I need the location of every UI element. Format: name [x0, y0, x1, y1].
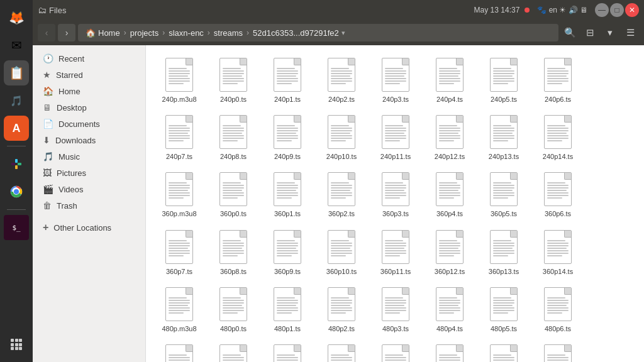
breadcrumb-projects[interactable]: projects [128, 27, 162, 39]
file-item[interactable]: 480p13.ts [478, 339, 530, 362]
file-item[interactable]: 240p.m3u8 [153, 53, 205, 107]
file-item[interactable]: 240p5.ts [478, 53, 530, 107]
doc-line [547, 250, 569, 251]
file-item[interactable]: 480p14.ts [532, 339, 584, 362]
sidebar-item-starred[interactable]: ★ Starred [35, 67, 143, 83]
taskbar-software[interactable]: A [4, 116, 29, 141]
menu-button[interactable]: ☰ [621, 24, 639, 41]
file-item[interactable]: 240p9.ts [262, 110, 313, 165]
file-item[interactable]: 360p9.ts [262, 225, 313, 280]
doc-line [439, 195, 460, 196]
file-item[interactable]: 480p9.ts [262, 339, 313, 362]
doc-line [385, 357, 406, 358]
file-icon [435, 286, 465, 322]
taskbar-chrome[interactable] [4, 179, 29, 204]
doc-line [547, 245, 569, 246]
file-item[interactable]: 240p14.ts [532, 110, 584, 165]
file-item[interactable]: 480p0.ts [208, 282, 259, 337]
file-item[interactable]: 240p3.ts [370, 53, 421, 107]
file-item[interactable]: 360p7.ts [153, 225, 205, 280]
file-item[interactable]: 240p0.ts [208, 53, 259, 107]
doc-line [385, 133, 404, 134]
file-item[interactable]: 480p1.ts [262, 282, 313, 337]
breadcrumb-streams[interactable]: streams [211, 27, 245, 39]
file-item[interactable]: 240p6.ts [532, 53, 584, 107]
file-item[interactable]: 240p11.ts [370, 110, 421, 165]
view-options-button[interactable]: ▾ [601, 24, 619, 41]
file-item[interactable]: 360p2.ts [316, 167, 367, 222]
doc-line [385, 83, 400, 84]
close-button[interactable]: ✕ [625, 3, 639, 17]
taskbar-music[interactable]: 🎵 [4, 88, 29, 113]
file-icon [489, 171, 519, 207]
view-list-button[interactable]: ⊟ [581, 24, 599, 41]
file-item[interactable]: 360p4.ts [424, 167, 475, 222]
sidebar-item-downloads[interactable]: ⬇ Downloads [35, 132, 143, 148]
file-item[interactable]: 480p10.ts [316, 339, 367, 362]
file-item[interactable]: 480p8.ts [208, 339, 259, 362]
file-item[interactable]: 480p7.ts [153, 339, 205, 362]
file-item[interactable]: 360p.m3u8 [153, 167, 205, 222]
taskbar-notes[interactable]: 📋 [4, 60, 29, 85]
doc-icon [328, 230, 355, 264]
doc-line [439, 133, 458, 134]
file-item[interactable]: 360p3.ts [370, 167, 421, 222]
doc-line [547, 297, 565, 299]
file-item[interactable]: 480p12.ts [424, 339, 475, 362]
file-item[interactable]: 360p0.ts [208, 167, 259, 222]
file-item[interactable]: 240p1.ts [262, 53, 313, 107]
file-item[interactable]: 480p3.ts [370, 282, 421, 337]
file-icon [380, 343, 411, 362]
minimize-button[interactable]: — [595, 3, 609, 17]
sidebar-item-desktop[interactable]: 🖥 Desktop [35, 99, 143, 116]
sidebar-item-music[interactable]: 🎵 Music [35, 148, 143, 165]
file-item[interactable]: 360p11.ts [370, 225, 421, 280]
taskbar-grid[interactable] [4, 332, 29, 357]
file-item[interactable]: 240p8.ts [208, 110, 259, 165]
taskbar-firefox[interactable]: 🦊 [4, 5, 29, 30]
sidebar-item-videos[interactable]: 🎬 Videos [35, 181, 143, 197]
file-item[interactable]: 240p7.ts [153, 110, 205, 165]
file-item[interactable]: 240p2.ts [316, 53, 367, 107]
breadcrumb-hash[interactable]: 52d1c6353...d97291fe2 ▾ [250, 27, 348, 39]
file-item[interactable]: 240p12.ts [424, 110, 475, 165]
file-item[interactable]: 480p6.ts [532, 282, 584, 337]
file-item[interactable]: 360p5.ts [478, 167, 530, 222]
file-icon [489, 229, 519, 265]
file-item[interactable]: 240p13.ts [478, 110, 530, 165]
file-item[interactable]: 480p5.ts [478, 282, 530, 337]
file-item[interactable]: 360p14.ts [532, 225, 584, 280]
file-item[interactable]: 480p4.ts [424, 282, 475, 337]
doc-line [277, 243, 298, 244]
search-button[interactable]: 🔍 [561, 24, 579, 41]
breadcrumb-slaxnenc[interactable]: slaxn-enc [166, 27, 206, 39]
doc-line [223, 80, 244, 82]
sidebar-item-home[interactable]: 🏠 Home [35, 83, 143, 99]
file-item[interactable]: 360p12.ts [424, 225, 475, 280]
sidebar-item-recent[interactable]: 🕐 Recent [35, 50, 143, 67]
file-item[interactable]: 360p1.ts [262, 167, 313, 222]
file-icon [164, 343, 194, 362]
file-item[interactable]: 360p10.ts [316, 225, 367, 280]
sidebar-item-other-locations[interactable]: + Other Locations [35, 219, 143, 236]
doc-line [331, 187, 352, 189]
file-item[interactable]: 240p10.ts [316, 110, 367, 165]
file-item[interactable]: 240p4.ts [424, 53, 475, 107]
breadcrumb-home[interactable]: 🏠 Home [83, 27, 123, 39]
taskbar-slack[interactable] [4, 151, 29, 177]
sidebar-item-trash[interactable]: 🗑 Trash [35, 197, 143, 214]
file-item[interactable]: 360p6.ts [532, 167, 584, 222]
taskbar-terminal[interactable]: $_ [4, 215, 29, 240]
file-item[interactable]: 360p8.ts [208, 225, 259, 280]
forward-button[interactable]: › [58, 24, 75, 41]
file-item[interactable]: 360p13.ts [478, 225, 530, 280]
file-item[interactable]: 480p.m3u8 [153, 282, 205, 337]
taskbar-mail[interactable]: ✉ [4, 33, 29, 58]
maximize-button[interactable]: □ [610, 3, 624, 17]
back-button[interactable]: ‹ [38, 24, 55, 41]
sidebar-item-pictures[interactable]: 🖼 Pictures [35, 165, 143, 181]
file-item[interactable]: 480p11.ts [370, 339, 421, 362]
file-item[interactable]: 480p2.ts [316, 282, 367, 337]
sidebar-item-documents[interactable]: 📄 Documents [35, 116, 143, 132]
doc-line [439, 248, 458, 249]
